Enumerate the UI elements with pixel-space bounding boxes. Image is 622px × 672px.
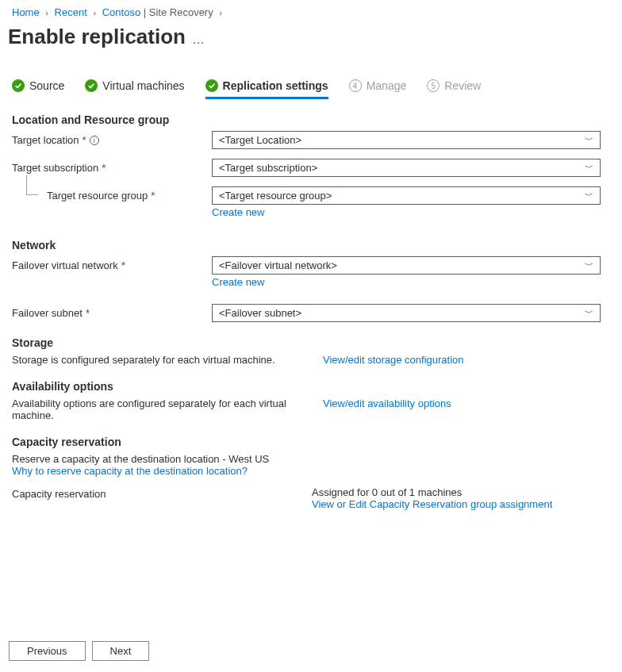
previous-button[interactable]: Previous bbox=[9, 641, 86, 661]
chevron-down-icon: ﹀ bbox=[585, 134, 593, 146]
tab-replication-settings[interactable]: Replication settings bbox=[205, 79, 328, 99]
capacity-why-link[interactable]: Why to reserve capacity at the destinati… bbox=[12, 465, 248, 477]
step-tabs: Source Virtual machines Replication sett… bbox=[0, 56, 622, 99]
label-capacity-reservation: Capacity reservation bbox=[12, 486, 312, 500]
tab-manage: 4 Manage bbox=[349, 79, 407, 99]
label-target-location: Target location* i bbox=[12, 131, 212, 146]
tab-virtual-machines[interactable]: Virtual machines bbox=[85, 79, 184, 99]
capacity-assigned-text: Assigned for 0 out of 1 machines bbox=[312, 486, 552, 498]
select-target-subscription[interactable]: <Target subscription> ﹀ bbox=[212, 159, 601, 177]
select-value: <Failover virtual network> bbox=[219, 259, 337, 271]
form-content: Location and Resource group Target locat… bbox=[0, 99, 622, 510]
chevron-down-icon: ﹀ bbox=[585, 307, 593, 319]
select-target-resource-group[interactable]: <Target resource group> ﹀ bbox=[212, 186, 601, 205]
select-value: <Target Location> bbox=[219, 134, 301, 146]
select-value: <Failover subnet> bbox=[219, 307, 301, 319]
storage-description: Storage is configured separately for eac… bbox=[12, 354, 298, 366]
tab-label: Manage bbox=[367, 79, 407, 92]
chevron-down-icon: ﹀ bbox=[585, 162, 593, 174]
chevron-down-icon: ﹀ bbox=[585, 190, 593, 202]
tab-label: Source bbox=[29, 79, 64, 92]
section-location: Location and Resource group bbox=[12, 113, 610, 126]
info-icon[interactable]: i bbox=[90, 136, 99, 145]
tab-review: 5 Review bbox=[427, 79, 481, 99]
availability-edit-link[interactable]: View/edit availability options bbox=[323, 397, 451, 409]
check-icon bbox=[85, 79, 98, 92]
breadcrumb-home[interactable]: Home bbox=[12, 6, 40, 18]
chevron-down-icon: ﹀ bbox=[585, 259, 593, 271]
select-value: <Target resource group> bbox=[219, 190, 332, 202]
select-failover-vnet[interactable]: <Failover virtual network> ﹀ bbox=[212, 256, 601, 275]
more-actions-button[interactable]: … bbox=[192, 28, 205, 47]
breadcrumb-resource[interactable]: Contoso bbox=[102, 6, 140, 18]
select-target-location[interactable]: <Target Location> ﹀ bbox=[212, 131, 601, 149]
create-new-rg-link[interactable]: Create new bbox=[212, 206, 264, 218]
section-network: Network bbox=[12, 239, 610, 252]
footer-buttons: Previous Next bbox=[9, 641, 149, 661]
step-number-icon: 4 bbox=[349, 79, 362, 92]
label-target-subscription: Target subscription* bbox=[12, 159, 212, 174]
chevron-right-icon: › bbox=[219, 8, 222, 17]
tab-label: Review bbox=[444, 79, 481, 92]
create-new-vnet-link[interactable]: Create new bbox=[212, 276, 264, 288]
select-failover-subnet[interactable]: <Failover subnet> ﹀ bbox=[212, 304, 601, 322]
chevron-right-icon: › bbox=[45, 8, 48, 17]
section-capacity: Capacity reservation bbox=[12, 436, 610, 448]
availability-description: Availability options are configured sepa… bbox=[12, 397, 298, 421]
storage-edit-link[interactable]: View/edit storage configuration bbox=[323, 354, 464, 366]
breadcrumb-recent[interactable]: Recent bbox=[55, 6, 87, 18]
section-availability: Availability options bbox=[12, 380, 610, 393]
chevron-right-icon: › bbox=[93, 8, 96, 17]
page-header: Enable replication … bbox=[0, 21, 622, 56]
step-number-icon: 5 bbox=[427, 79, 440, 92]
label-failover-subnet: Failover subnet* bbox=[12, 304, 212, 319]
capacity-edit-link[interactable]: View or Edit Capacity Reservation group … bbox=[312, 498, 552, 510]
check-icon bbox=[205, 79, 218, 92]
tab-source[interactable]: Source bbox=[12, 79, 64, 99]
capacity-description: Reserve a capacity at the destination lo… bbox=[12, 453, 610, 465]
label-target-resource-group: Target resource group* bbox=[12, 186, 212, 202]
section-storage: Storage bbox=[12, 336, 610, 349]
tab-label: Virtual machines bbox=[102, 79, 184, 92]
next-button[interactable]: Next bbox=[92, 641, 150, 661]
page-title: Enable replication bbox=[8, 25, 186, 49]
breadcrumb-sub: | Site Recovery bbox=[144, 6, 213, 18]
check-icon bbox=[12, 79, 25, 92]
select-value: <Target subscription> bbox=[219, 162, 317, 174]
tab-label: Replication settings bbox=[223, 79, 328, 92]
label-failover-vnet: Failover virtual network* bbox=[12, 256, 212, 271]
breadcrumb: Home › Recent › Contoso | Site Recovery … bbox=[0, 0, 622, 21]
